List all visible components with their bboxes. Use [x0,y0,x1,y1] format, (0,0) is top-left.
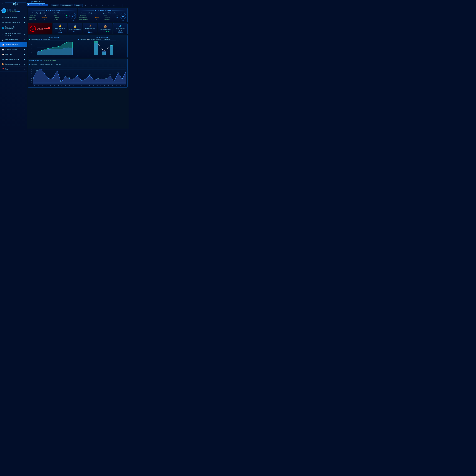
bottom-goal-legend: Goal value [54,64,61,65]
departure-plane-icon: ✈ [95,9,96,11]
airlines-label: Airlines [52,4,56,6]
x-lmn: LMN [81,55,96,56]
sidebar-item-operation-situation[interactable]: 📊 Operation situation [0,42,27,47]
panoramic-close-button[interactable]: × [46,4,47,6]
departure-progress-container [79,21,119,21]
goal-value-dash [102,39,104,39]
by-90: 90 [31,67,32,68]
statistical-analysis-nav-label: Statistical analysis [5,49,23,50]
operation-monitoring-nav-label: Operation monitoring and querying [5,33,23,36]
slider-dot2 [15,5,16,6]
sidebar-item-flight-management[interactable]: ✈ Flight management ▼ [0,15,27,20]
x-12: 12 [76,85,80,86]
flight-management-arrow-icon: ▼ [24,17,25,18]
backlog-svg [32,40,77,55]
arrival-row-1: Landing flight 12 Actual 303 [29,14,68,17]
user-info-section: 👤 2019-11-20 12:00:00 Account number 101… [0,7,27,15]
stat-security-guards: 🔒 Number of security guards 48142 [68,23,82,34]
departure-title: Departure situation [97,9,111,11]
corridor-release-chart: Corridor release rate Release rate Month… [78,36,126,56]
x-14: 14 [84,85,87,86]
departure-queue: Queue-up 16 64% [119,12,126,21]
arrival-rate-value: 5 minutes [42,17,47,18]
sidebar-item-help[interactable]: ❓ Help ▼ [0,67,27,71]
departure-backlog-chart: Departure backlog Cumulative backlog Hou… [29,36,77,56]
x-06: 06 [52,85,56,86]
sidebar: ☰ IIS4.0 👤 2019-11-20 12:00 [0,0,27,129]
corridor-x-axis: LMN VIBOS VIN [81,55,126,56]
sidebar-item-personalization[interactable]: 🎨 Personalization settings ▼ [0,62,27,67]
sidebar-item-statistical-analysis[interactable]: 📈 Statistical analysis ▼ [0,47,27,52]
departure-card-header: ✈ Departure situation [79,9,126,11]
by-74: 74 [31,82,32,83]
slider-line-left2 [5,6,14,6]
help-nav-icon: ❓ [2,68,4,70]
x-05: 05 [48,85,52,86]
departure-header-line-right [112,10,126,11]
delay-date-value: 02-29 [37,29,40,31]
svg-point-76 [114,81,114,82]
ruler-tick-8h: 8h [122,4,128,7]
shortcut-add-button[interactable]: + [43,0,44,3]
x-16: 16 [91,85,95,86]
arrival-grid: Arrival flights (sorties) Arrival flight… [29,12,68,14]
bottom-monthly-goal-legend: Monthly-goal release rate [38,64,52,65]
airlines-dropdown[interactable]: Airlines ▼ [51,4,59,6]
svg-text:74.56: 74.56 [60,81,62,82]
back-arrow-icon[interactable]: ◀ [31,1,33,3]
arrival-queue-value: 21 [72,16,74,17]
monthly-release-tab[interactable]: Monthly release rate [29,60,42,62]
departure-col2-header: Departure flights (sorties) [100,12,119,14]
ruler-tick-3h: 3h [94,4,100,7]
sidebar-version-section: IIS4.0 [5,2,26,6]
ruler-tick-4h: 4h [100,4,105,7]
svg-point-20 [103,51,104,51]
slider-dot [15,2,16,3]
cargo-weight-icon: 📦 [104,25,107,28]
x-18: 18 [99,85,103,86]
support-efficiency-tab[interactable]: Support efficiency [44,60,56,62]
sidebar-item-system-management[interactable]: ⚙ System management ▼ [0,57,27,62]
sidebar-item-resource-management[interactable]: ⚙ Resource management ▼ [0,20,27,25]
svg-point-48 [57,70,57,71]
dep-planned-value: 430 [116,17,119,18]
monthly-goal-legend: Monthly-goal release rate [87,39,102,40]
basic-data-nav-icon: 📋 [2,53,4,55]
sidebar-item-collaboration[interactable]: 🔗 Collaboration toolset ▼ [0,37,27,42]
x-vin: VIN [111,55,126,56]
svg-point-50 [61,82,62,83]
top-hamburger[interactable]: ☰ [29,1,30,3]
sidebar-item-operation-monitoring[interactable]: 👁 Operation monitoring and querying ▼ [0,31,27,37]
sidebar-item-support-service[interactable]: 🌐 Support service management ▼ [0,25,27,31]
stat-pieces-luggage: 🧳 Number of pieces of luggage 65321 [113,23,128,34]
bottom-chart-full: 92 90 88 86 84 82 80 78 76 74 72 [29,66,126,86]
hamburger-menu[interactable]: ☰ [1,3,3,6]
departure-progress-bar [79,21,104,21]
release-rate-label: Release rate [80,39,86,40]
sidebar-item-basic-data[interactable]: 📋 Basic data ▼ [0,52,27,57]
planned-value: 430 [66,17,68,18]
panoramic-tab[interactable]: Panoramic view of the airport × [27,3,48,6]
x-label-13: 13 [60,55,66,56]
cy-0: 0 [80,55,81,56]
delay-icon: ⟳ [30,26,36,32]
x-22: 22 [115,85,119,86]
collaboration-nav-label: Collaboration toolset [5,39,23,41]
departure-card: ✈ Departure situation Departure flights … [78,8,128,22]
arrival-col1-header: Arrival flights (sorties) [29,12,48,14]
cargo-weight-label: Weight of cargo luggage [100,29,111,30]
svg-point-38 [36,71,37,71]
x-19: 19 [103,85,107,86]
svg-text:82.45: 82.45 [109,74,111,75]
x-label-11: 11 [49,55,55,56]
departure-queue-value: 16 [122,16,124,17]
backlog-legend: Cumulative backlog Hourly backlog [29,39,77,40]
release-rate-dot [78,39,79,40]
flight-attributes-dropdown[interactable]: Flight attributes ▼ [60,4,73,6]
slider-line-right2 [16,6,26,6]
delay-level-value: Level 3 [44,27,50,29]
arrival-card: ✈ Arrival situation Arrival flights (sor… [28,8,77,22]
collaboration-arrow-icon: ▼ [24,39,25,40]
svg-text:78.21: 78.21 [72,78,74,79]
bottom-svg-container: 78.2187.5690.3484.2378.2179.2388.2374.56… [33,66,126,86]
